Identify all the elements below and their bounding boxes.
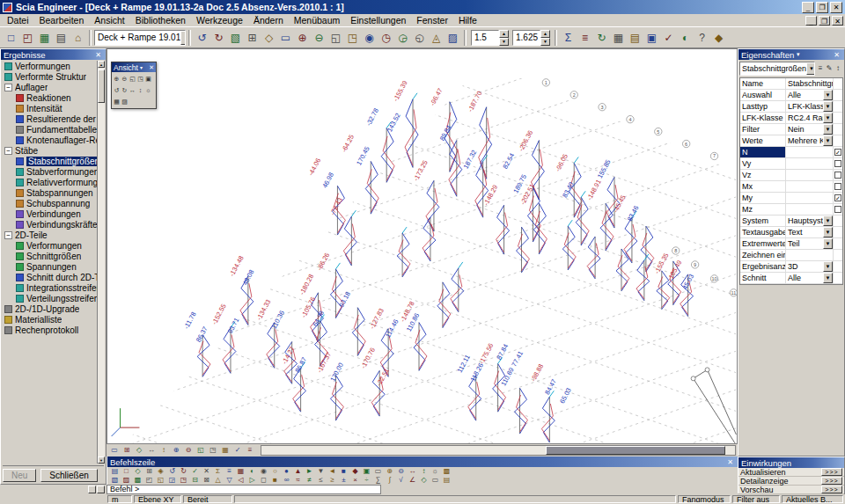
prop-row-auswahl[interactable]: AuswahlAlle▼	[740, 90, 842, 101]
tree-item-auflager[interactable]: −Auflager	[2, 82, 97, 92]
rotate-right-icon[interactable]: ↻	[121, 84, 129, 96]
prop-dropdown-icon[interactable]: ▼	[823, 227, 833, 237]
command-icon[interactable]: ↕	[418, 467, 430, 476]
tree-item-rechenprotokoll[interactable]: Rechenprotokoll	[2, 325, 97, 335]
prop-dropdown-icon[interactable]: ▼	[823, 113, 833, 123]
schliessen-button[interactable]: Schließen	[40, 469, 97, 482]
tree-item-resultierende-der-reaktione[interactable]: Resultierende der Reaktione	[2, 113, 97, 124]
open-icon[interactable]: ◰	[19, 29, 36, 46]
combo-dropdown-icon[interactable]: ▼	[180, 31, 186, 45]
action-button-detailanzeige[interactable]: >>>	[821, 477, 842, 485]
redo-icon[interactable]: ↻	[210, 29, 227, 46]
corner-icon-1[interactable]	[88, 486, 96, 493]
tree-item-intensität[interactable]: Intensität	[2, 103, 97, 113]
command-icon[interactable]: ◄	[327, 467, 338, 476]
view-y-icon[interactable]: ◶	[394, 29, 411, 46]
tree-item-relativverformung[interactable]: Relativverformung	[2, 177, 97, 187]
tree-item-verformungen[interactable]: Verformungen	[2, 240, 97, 251]
print-icon[interactable]: ▤	[53, 29, 70, 46]
checkbox-n[interactable]: ✓	[834, 149, 841, 156]
checkbox-vz[interactable]	[834, 172, 841, 179]
command-icon[interactable]: ±	[338, 476, 349, 485]
new-icon[interactable]: □	[3, 29, 19, 46]
viewport-tool-icon[interactable]: ◳	[207, 445, 219, 456]
command-icon[interactable]: ▤	[441, 476, 452, 485]
prop-dropdown-icon[interactable]: ▼	[823, 238, 833, 249]
snap-icon[interactable]: ◇	[261, 29, 277, 46]
command-icon[interactable]: ●	[281, 467, 292, 476]
results-icon[interactable]: ≡	[577, 29, 593, 46]
command-icon[interactable]: ∞	[281, 476, 292, 485]
command-icon[interactable]: ◈	[155, 467, 166, 476]
prop-dropdown-icon[interactable]: ▼	[823, 135, 833, 146]
command-icon[interactable]: ▧	[109, 476, 121, 485]
render-icon[interactable]: ▨	[445, 29, 461, 46]
pan-vertical-icon[interactable]: ↕	[136, 84, 144, 96]
command-icon[interactable]: ⊕	[384, 467, 395, 476]
zoom-out-icon[interactable]: ⊖	[121, 73, 129, 84]
viewport-tool-icon[interactable]: ⊕	[170, 445, 182, 456]
action-button-aktualisieren[interactable]: >>>	[821, 468, 842, 476]
command-icon[interactable]: ■	[338, 467, 349, 476]
command-icon[interactable]: ☼	[430, 467, 441, 476]
command-icon[interactable]: ◁	[235, 476, 246, 485]
corner-icon-2[interactable]	[97, 486, 105, 493]
table-icon[interactable]: ▦	[610, 29, 627, 46]
command-icon[interactable]: ⊖	[395, 467, 407, 476]
selector-dropdown-icon[interactable]: ▼	[806, 62, 815, 75]
command-icon[interactable]: ◆	[349, 467, 361, 476]
rotate-left-icon[interactable]: ↺	[113, 84, 121, 96]
command-icon[interactable]: ▦	[235, 467, 246, 476]
tree-item-verbindungen[interactable]: Verbindungen	[2, 208, 97, 219]
viewport-tool-icon[interactable]: ✓	[231, 445, 244, 456]
command-icon[interactable]: Σ	[212, 467, 224, 476]
status-current[interactable]: Aktuelles B...	[782, 495, 843, 503]
prop-row-filter[interactable]: FilterNein▼	[740, 124, 842, 135]
prop-dropdown-icon[interactable]: ▼	[823, 90, 833, 100]
command-icon[interactable]: ◳	[178, 476, 189, 485]
checkbox-vy[interactable]	[834, 160, 841, 167]
command-icon[interactable]: ≡	[224, 467, 235, 476]
tree-item-schnitt-durch-2d-teil[interactable]: Schnitt durch 2D-Teil	[2, 272, 97, 282]
viewport-tool-icon[interactable]: ⊖	[182, 445, 195, 456]
mdi-close-button[interactable]: ✕	[832, 16, 843, 26]
command-icon[interactable]: ÷	[361, 476, 372, 485]
prop-row-name[interactable]: NameStabschnittgrößen	[740, 78, 842, 90]
tree-item-schnittgrößen[interactable]: Schnittgrößen	[2, 251, 97, 261]
menu-einstellungen[interactable]: Einstellungen	[345, 15, 411, 26]
command-icon[interactable]: ≥	[327, 476, 338, 485]
command-icon[interactable]: ▣	[361, 467, 372, 476]
prop-row-n[interactable]: N✓	[740, 147, 842, 158]
view-z-icon[interactable]: ◵	[411, 29, 428, 46]
command-icon[interactable]: ↔	[407, 467, 418, 476]
restore-button[interactable]: ❐	[816, 2, 828, 13]
tree-expander-icon[interactable]: −	[4, 147, 12, 155]
view-x-icon[interactable]: ◷	[378, 29, 394, 46]
tree-item-2d-1d-upgrade[interactable]: 2D-/1D-Upgrade	[2, 303, 97, 314]
undo-icon[interactable]: ↺	[194, 29, 210, 46]
picture-icon[interactable]: ▣	[643, 29, 660, 46]
info-icon[interactable]: ◐	[677, 29, 694, 46]
command-icon[interactable]: ∫	[384, 476, 395, 485]
command-icon[interactable]: ▭	[372, 467, 384, 476]
scroll-up-icon[interactable]: ▲	[98, 61, 105, 68]
tree-expander-icon[interactable]: −	[4, 84, 12, 91]
tree-scrollbar[interactable]: ▲ ▼	[97, 61, 105, 464]
viewport-tool-icon[interactable]: ▭	[108, 445, 121, 456]
tree-item-2d-teile[interactable]: −2D-Teile	[2, 230, 97, 240]
menu-bibliotheken[interactable]: Bibliotheken	[130, 15, 191, 26]
prop-row-system[interactable]: SystemHauptsystem▼	[740, 215, 842, 227]
command-input[interactable]: Befehl >	[107, 485, 381, 494]
prop-row-schnitt[interactable]: SchnittAlle▼	[740, 273, 842, 284]
command-icon[interactable]: ◻	[258, 476, 269, 485]
command-icon[interactable]: ✕	[201, 467, 212, 476]
tree-item-spannungen[interactable]: Spannungen	[2, 261, 97, 272]
panel-close-icon[interactable]: ✕	[93, 51, 103, 59]
command-icon[interactable]: ▭	[430, 476, 441, 485]
menu-ändern[interactable]: Ändern	[248, 15, 289, 26]
status-snap-mode[interactable]: Fangmodus	[678, 495, 731, 503]
tree-item-schubspannung[interactable]: Schubspannung	[2, 198, 97, 208]
command-icon[interactable]: ▤	[109, 467, 121, 476]
tree-item-stabschnittgrößen[interactable]: Stabschnittgrößen	[2, 156, 97, 166]
command-icon[interactable]: ⊟	[189, 476, 201, 485]
